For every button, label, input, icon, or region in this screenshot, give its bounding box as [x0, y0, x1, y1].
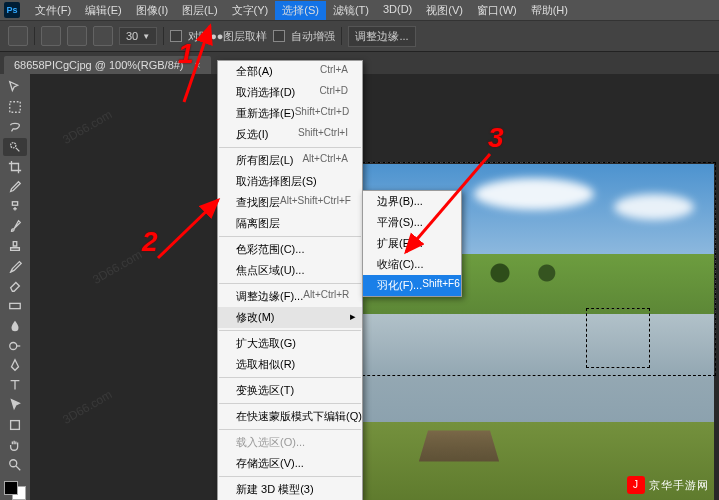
shape-tool[interactable]	[3, 416, 27, 435]
menu-item[interactable]: 扩大选取(G)	[218, 333, 362, 354]
hand-tool[interactable]	[3, 435, 27, 454]
svg-point-4	[10, 342, 17, 349]
eyedropper-tool[interactable]	[3, 177, 27, 196]
ps-logo: Ps	[4, 2, 20, 18]
svg-line-8	[158, 200, 218, 258]
menu-窗口[interactable]: 窗口(W)	[470, 1, 524, 20]
menu-文字[interactable]: 文字(Y)	[225, 1, 276, 20]
pen-tool[interactable]	[3, 356, 27, 375]
path-select-tool[interactable]	[3, 396, 27, 415]
type-tool[interactable]	[3, 376, 27, 395]
menu-item[interactable]: 新建 3D 模型(3)	[218, 479, 362, 500]
svg-point-1	[11, 143, 16, 148]
quick-select-tool[interactable]	[3, 138, 27, 157]
history-brush-tool[interactable]	[3, 257, 27, 276]
menu-item[interactable]: 取消选择图层(S)	[218, 171, 362, 192]
auto-enhance-checkbox[interactable]	[273, 30, 285, 42]
marquee-tool[interactable]	[3, 98, 27, 117]
svg-rect-2	[12, 201, 17, 205]
menu-滤镜[interactable]: 滤镜(T)	[326, 1, 376, 20]
menu-帮助[interactable]: 帮助(H)	[524, 1, 575, 20]
select-menu-dropdown[interactable]: 全部(A)Ctrl+A取消选择(D)Ctrl+D重新选择(E)Shift+Ctr…	[217, 60, 363, 500]
tools-panel	[0, 74, 30, 500]
menu-3D[interactable]: 3D(D)	[376, 1, 419, 20]
tool-preset-icon[interactable]	[8, 26, 28, 46]
menu-item[interactable]: 查找图层Alt+Shift+Ctrl+F	[218, 192, 362, 213]
svg-line-9	[406, 154, 490, 252]
menu-图层[interactable]: 图层(L)	[175, 1, 224, 20]
stamp-tool[interactable]	[3, 237, 27, 256]
move-tool[interactable]	[3, 78, 27, 97]
menu-item[interactable]: 反选(I)Shift+Ctrl+I	[218, 124, 362, 145]
gradient-tool[interactable]	[3, 296, 27, 315]
menu-item[interactable]: 所有图层(L)Alt+Ctrl+A	[218, 150, 362, 171]
svg-rect-0	[10, 102, 21, 113]
brand-watermark: J京华手游网	[627, 475, 709, 494]
dodge-tool[interactable]	[3, 336, 27, 355]
menu-item[interactable]: 变换选区(T)	[218, 380, 362, 401]
menu-item[interactable]: 取消选择(D)Ctrl+D	[218, 82, 362, 103]
menu-item[interactable]: 修改(M)	[218, 307, 362, 328]
menu-item[interactable]: 重新选择(E)Shift+Ctrl+D	[218, 103, 362, 124]
menu-item[interactable]: 色彩范围(C)...	[218, 239, 362, 260]
menu-item[interactable]: 存储选区(V)...	[218, 453, 362, 474]
menu-bar: Ps 文件(F)编辑(E)图像(I)图层(L)文字(Y)选择(S)滤镜(T)3D…	[0, 0, 719, 20]
eraser-tool[interactable]	[3, 277, 27, 296]
svg-point-6	[10, 460, 17, 467]
menu-item[interactable]: 选取相似(R)	[218, 354, 362, 375]
healing-brush-tool[interactable]	[3, 197, 27, 216]
lasso-tool[interactable]	[3, 118, 27, 137]
menu-视图[interactable]: 视图(V)	[419, 1, 470, 20]
auto-enhance-label: 自动增强	[291, 29, 335, 44]
zoom-tool[interactable]	[3, 455, 27, 474]
menu-图像[interactable]: 图像(I)	[129, 1, 175, 20]
blur-tool[interactable]	[3, 316, 27, 335]
svg-rect-3	[10, 303, 21, 308]
brush-tool[interactable]	[3, 217, 27, 236]
menu-item[interactable]: 焦点区域(U)...	[218, 260, 362, 281]
svg-rect-5	[11, 421, 20, 430]
menu-选择[interactable]: 选择(S)	[275, 1, 326, 20]
selection-marquee	[586, 308, 650, 368]
menu-文件[interactable]: 文件(F)	[28, 1, 78, 20]
menu-item: 载入选区(O)...	[218, 432, 362, 453]
submenu-item[interactable]: 羽化(F)...Shift+F6	[363, 275, 461, 296]
menu-item[interactable]: 在快速蒙版模式下编辑(Q)	[218, 406, 362, 427]
svg-line-7	[184, 26, 210, 102]
color-swatches[interactable]	[4, 481, 26, 500]
crop-tool[interactable]	[3, 157, 27, 176]
menu-item[interactable]: 隔离图层	[218, 213, 362, 234]
refine-edge-button[interactable]: 调整边缘...	[348, 26, 415, 47]
menu-编辑[interactable]: 编辑(E)	[78, 1, 129, 20]
menu-item[interactable]: 全部(A)Ctrl+A	[218, 61, 362, 82]
menu-item[interactable]: 调整边缘(F)...Alt+Ctrl+R	[218, 286, 362, 307]
